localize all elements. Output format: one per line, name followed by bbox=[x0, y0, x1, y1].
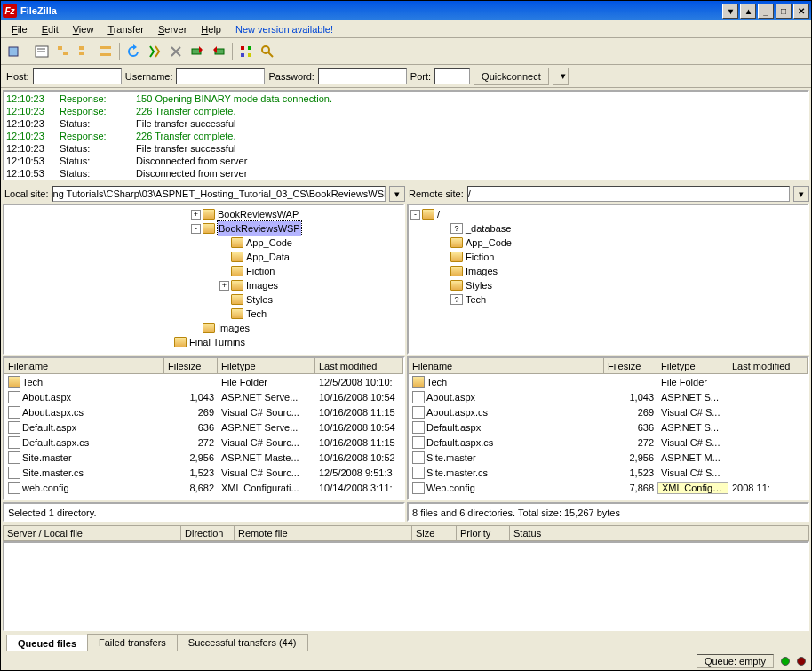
file-row[interactable]: Site.master.cs1,523Visual C# S... bbox=[409, 465, 808, 480]
menu-new-version[interactable]: New version available! bbox=[228, 22, 340, 36]
tree-item[interactable]: Fiction bbox=[6, 264, 402, 278]
tree-item[interactable]: Final Turnins bbox=[6, 335, 402, 349]
toggle-log-icon[interactable] bbox=[32, 42, 52, 61]
file-row[interactable]: Default.aspx636ASP.NET Serve...10/16/200… bbox=[4, 419, 403, 435]
tree-item[interactable]: Styles bbox=[410, 278, 806, 292]
tree-item[interactable]: -BookReviewsWSP bbox=[6, 221, 402, 236]
local-pane: Local site: ▾ +BookReviewsWAP-BookReview… bbox=[3, 184, 405, 522]
menu-file[interactable]: File bbox=[4, 22, 35, 36]
site-manager-icon[interactable] bbox=[4, 42, 24, 61]
local-tree[interactable]: +BookReviewsWAP-BookReviewsWSPApp_CodeAp… bbox=[3, 204, 405, 355]
file-row[interactable]: About.aspx1,043ASP.NET Serve...10/16/200… bbox=[4, 389, 403, 404]
local-site-dropdown[interactable]: ▾ bbox=[389, 186, 405, 202]
queue-tabs: Queued files Failed transfers Successful… bbox=[6, 631, 806, 651]
reconnect-icon[interactable] bbox=[209, 42, 228, 61]
username-input[interactable] bbox=[176, 68, 265, 84]
file-row[interactable]: Site.master2,956ASP.NET Maste...10/16/20… bbox=[4, 450, 403, 465]
port-input[interactable] bbox=[434, 68, 470, 84]
col-remote[interactable]: Remote file bbox=[235, 526, 412, 540]
restore-up-icon[interactable]: ▴ bbox=[740, 4, 756, 19]
svg-rect-4 bbox=[58, 46, 62, 50]
tab-successful[interactable]: Successful transfers (44) bbox=[177, 634, 308, 651]
file-row[interactable]: About.aspx.cs269Visual C# S... bbox=[409, 404, 808, 419]
restore-down-icon[interactable]: ▾ bbox=[722, 4, 738, 19]
col-server[interactable]: Server / Local file bbox=[4, 526, 181, 540]
file-row[interactable]: Web.config7,868XML Configuration File200… bbox=[409, 480, 808, 495]
tree-item[interactable]: App_Code bbox=[410, 236, 806, 250]
tree-item[interactable]: ?_database bbox=[410, 221, 806, 236]
tab-queued[interactable]: Queued files bbox=[6, 635, 88, 651]
col-modified[interactable]: Last modified bbox=[315, 358, 403, 373]
process-queue-icon[interactable] bbox=[145, 42, 164, 61]
toggle-tree2-icon[interactable] bbox=[75, 42, 94, 61]
tree-item[interactable]: -/ bbox=[410, 207, 806, 221]
app-icon: Fz bbox=[3, 4, 17, 18]
disconnect-icon[interactable] bbox=[187, 42, 207, 61]
toggle-tree-icon[interactable] bbox=[53, 42, 73, 61]
host-input[interactable] bbox=[33, 68, 122, 84]
tab-failed[interactable]: Failed transfers bbox=[87, 634, 178, 651]
tree-item[interactable]: App_Data bbox=[6, 250, 402, 264]
remote-tree[interactable]: -/?_databaseApp_CodeFictionImagesStyles?… bbox=[407, 204, 809, 355]
local-site-input[interactable] bbox=[52, 186, 386, 202]
col-filetype[interactable]: Filetype bbox=[218, 358, 315, 373]
menu-edit[interactable]: Edit bbox=[35, 22, 66, 36]
local-status: Selected 1 directory. bbox=[3, 502, 405, 522]
filter-icon[interactable] bbox=[236, 42, 256, 61]
remote-site-input[interactable] bbox=[467, 186, 790, 202]
password-input[interactable] bbox=[318, 68, 407, 84]
compare-icon[interactable] bbox=[258, 42, 277, 61]
col-filetype[interactable]: Filetype bbox=[657, 358, 728, 373]
close-icon[interactable]: ✕ bbox=[793, 4, 809, 19]
col-filename[interactable]: Filename bbox=[409, 358, 604, 373]
col-filesize[interactable]: Filesize bbox=[164, 358, 218, 373]
svg-rect-14 bbox=[241, 53, 244, 57]
tree-item[interactable]: Images bbox=[6, 321, 402, 335]
file-row[interactable]: Default.aspx.cs272Visual C# Sourc...10/1… bbox=[4, 435, 403, 450]
queue-header: Server / Local file Direction Remote fil… bbox=[3, 525, 809, 541]
tree-item[interactable]: Fiction bbox=[410, 250, 806, 264]
file-row[interactable]: Site.master.cs1,523Visual C# Sourc...12/… bbox=[4, 465, 403, 480]
menu-view[interactable]: View bbox=[66, 22, 101, 36]
file-row[interactable]: Default.aspx.cs272Visual C# S... bbox=[409, 435, 808, 450]
tree-item[interactable]: ?Tech bbox=[410, 292, 806, 307]
message-log[interactable]: 12:10:23Response:150 Opening BINARY mode… bbox=[3, 90, 809, 180]
col-filename[interactable]: Filename bbox=[4, 358, 164, 373]
file-row[interactable]: TechFile Folder bbox=[409, 374, 808, 389]
tree-item[interactable]: Images bbox=[410, 264, 806, 278]
pass-label: Password: bbox=[268, 71, 314, 82]
tree-item[interactable]: App_Code bbox=[6, 236, 402, 250]
col-priority[interactable]: Priority bbox=[457, 526, 510, 540]
svg-rect-13 bbox=[248, 46, 251, 50]
quickconnect-dropdown[interactable]: ▾ bbox=[553, 68, 569, 85]
queue-body[interactable] bbox=[3, 541, 809, 631]
col-modified[interactable]: Last modified bbox=[728, 358, 808, 373]
minimize-icon[interactable]: _ bbox=[758, 4, 774, 19]
file-row[interactable]: Site.master2,956ASP.NET M... bbox=[409, 450, 808, 465]
maximize-icon[interactable]: □ bbox=[776, 4, 792, 19]
user-label: Username: bbox=[125, 71, 173, 82]
file-row[interactable]: Default.aspx636ASP.NET S... bbox=[409, 419, 808, 435]
menu-help[interactable]: Help bbox=[194, 22, 228, 36]
menu-server[interactable]: Server bbox=[151, 22, 194, 36]
col-filesize[interactable]: Filesize bbox=[604, 358, 657, 373]
tree-item[interactable]: Styles bbox=[6, 292, 402, 307]
col-status[interactable]: Status bbox=[510, 526, 808, 540]
quickconnect-button[interactable]: Quickconnect bbox=[474, 68, 549, 85]
col-direction[interactable]: Direction bbox=[181, 526, 235, 540]
col-size[interactable]: Size bbox=[412, 526, 457, 540]
file-row[interactable]: About.aspx1,043ASP.NET S... bbox=[409, 389, 808, 404]
tree-item[interactable]: +BookReviewsWAP bbox=[6, 207, 402, 221]
tree-item[interactable]: Tech bbox=[6, 307, 402, 321]
cancel-icon[interactable] bbox=[166, 42, 186, 61]
file-row[interactable]: About.aspx.cs269Visual C# Sourc...10/16/… bbox=[4, 404, 403, 419]
toggle-queue-icon[interactable] bbox=[96, 42, 115, 61]
refresh-icon[interactable] bbox=[123, 42, 143, 61]
file-row[interactable]: web.config8,682XML Configurati...10/14/2… bbox=[4, 480, 403, 495]
tree-item[interactable]: +Images bbox=[6, 278, 402, 292]
file-row[interactable]: TechFile Folder12/5/2008 10:10: bbox=[4, 374, 403, 389]
remote-filelist[interactable]: Filename Filesize Filetype Last modified… bbox=[407, 356, 809, 500]
local-filelist[interactable]: Filename Filesize Filetype Last modified… bbox=[3, 356, 405, 500]
menu-transfer[interactable]: Transfer bbox=[100, 22, 151, 36]
remote-site-dropdown[interactable]: ▾ bbox=[793, 186, 809, 202]
